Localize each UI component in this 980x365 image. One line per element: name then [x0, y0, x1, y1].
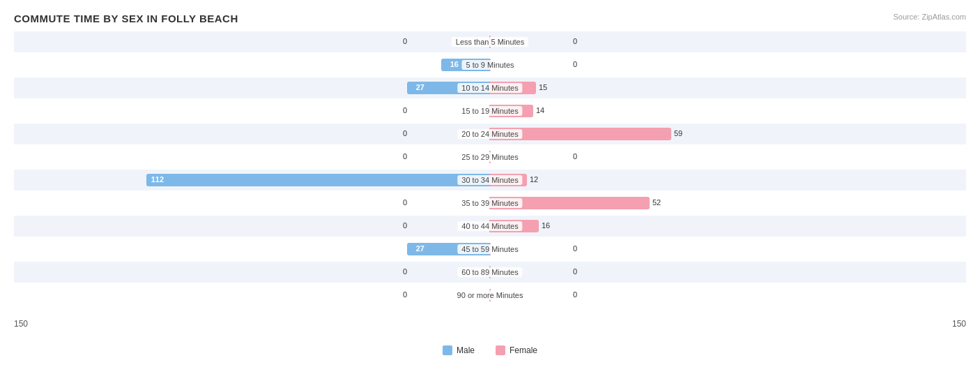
table-row: 60 to 89 Minutes00: [14, 262, 966, 283]
male-value: 0: [403, 129, 490, 137]
table-row: 40 to 44 Minutes016: [14, 216, 966, 237]
table-row: 90 or more Minutes00: [14, 285, 966, 306]
female-value: 52: [490, 198, 661, 207]
axis-right: 150: [952, 319, 966, 329]
male-value: 0: [403, 267, 490, 276]
male-value: 16: [450, 60, 490, 68]
legend: Male Female: [443, 345, 537, 355]
female-value: 16: [490, 221, 550, 230]
female-value: 0: [490, 37, 577, 45]
legend-male: Male: [443, 345, 475, 355]
female-value: 0: [490, 152, 577, 161]
chart-title: COMMUTE TIME BY SEX IN FOLLY BEACH: [14, 13, 966, 24]
female-value: 0: [490, 267, 577, 276]
table-row: 5 to 9 Minutes160: [14, 54, 966, 75]
male-swatch: [443, 345, 452, 355]
male-value: 0: [403, 152, 490, 161]
female-value: 59: [490, 129, 682, 137]
female-value: 12: [490, 175, 538, 184]
table-row: 25 to 29 Minutes00: [14, 147, 966, 167]
female-swatch: [496, 345, 505, 355]
legend-female: Female: [496, 345, 537, 355]
table-row: 30 to 34 Minutes11212: [14, 170, 966, 191]
male-value: 27: [416, 83, 490, 91]
male-label: Male: [457, 345, 475, 355]
male-value: 0: [403, 37, 490, 45]
axis-left: 150: [14, 319, 28, 329]
female-value: 14: [490, 106, 544, 114]
source-text: Source: ZipAtlas.com: [893, 13, 966, 21]
table-row: Less than 5 Minutes00: [14, 31, 966, 52]
chart-container: COMMUTE TIME BY SEX IN FOLLY BEACH Sourc…: [0, 0, 980, 365]
male-value: 0: [403, 221, 490, 230]
female-label: Female: [510, 345, 537, 355]
male-value: 112: [151, 175, 490, 184]
female-value: 15: [490, 83, 547, 91]
chart-area: Less than 5 Minutes005 to 9 Minutes16010…: [14, 31, 966, 318]
table-row: 10 to 14 Minutes2715: [14, 77, 966, 98]
male-value: 27: [416, 244, 490, 253]
table-row: 35 to 39 Minutes052: [14, 193, 966, 214]
table-row: 45 to 59 Minutes270: [14, 239, 966, 260]
table-row: 15 to 19 Minutes014: [14, 100, 966, 121]
male-value: 0: [403, 198, 490, 207]
female-value: 0: [490, 60, 577, 68]
female-value: 0: [490, 290, 577, 299]
female-value: 0: [490, 244, 577, 253]
table-row: 20 to 24 Minutes059: [14, 124, 966, 144]
male-value: 0: [403, 106, 490, 114]
male-value: 0: [403, 290, 490, 299]
